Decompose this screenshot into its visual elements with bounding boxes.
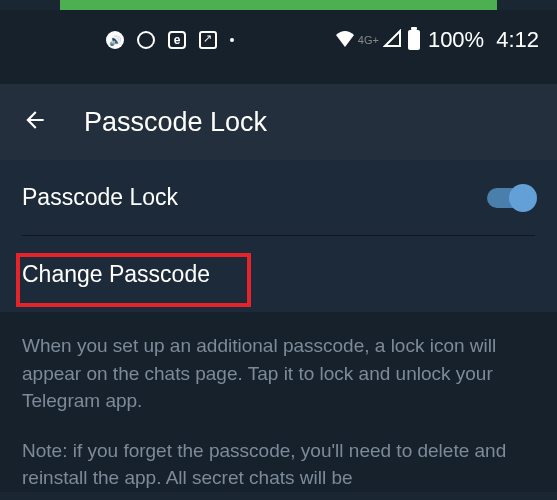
toggle-knob	[509, 184, 537, 212]
more-dot-icon	[230, 38, 234, 42]
status-right: 4G+ 100% 4:12	[334, 27, 539, 53]
spacer	[0, 70, 557, 84]
passcode-lock-label: Passcode Lock	[22, 184, 178, 211]
status-bar: e 4G+ 100% 4:12	[0, 10, 557, 70]
volume-icon	[106, 31, 124, 49]
help-text-section: When you set up an additional passcode, …	[0, 312, 557, 492]
app-header: Passcode Lock	[0, 84, 557, 160]
settings-list: Passcode Lock Change Passcode	[0, 160, 557, 312]
change-passcode-row[interactable]: Change Passcode	[22, 236, 535, 312]
help-paragraph-1: When you set up an additional passcode, …	[22, 332, 535, 415]
network-type-label: 4G+	[358, 34, 379, 46]
passcode-lock-row[interactable]: Passcode Lock	[22, 160, 535, 236]
clock-time: 4:12	[496, 27, 539, 53]
battery-icon	[408, 30, 420, 50]
wifi-icon	[334, 27, 356, 53]
battery-percentage: 100%	[428, 27, 484, 53]
help-paragraph-2: Note: if you forget the passcode, you'll…	[22, 437, 535, 492]
back-arrow-icon[interactable]	[22, 107, 48, 137]
moon-icon	[137, 31, 155, 49]
signal-icon	[383, 27, 401, 53]
status-left-icons: e	[106, 31, 234, 49]
change-passcode-label: Change Passcode	[22, 261, 210, 288]
passcode-toggle[interactable]	[487, 188, 535, 208]
box-app-icon	[199, 31, 217, 49]
page-title: Passcode Lock	[84, 107, 267, 138]
e-app-icon: e	[168, 31, 186, 49]
top-accent-bar	[60, 0, 497, 10]
